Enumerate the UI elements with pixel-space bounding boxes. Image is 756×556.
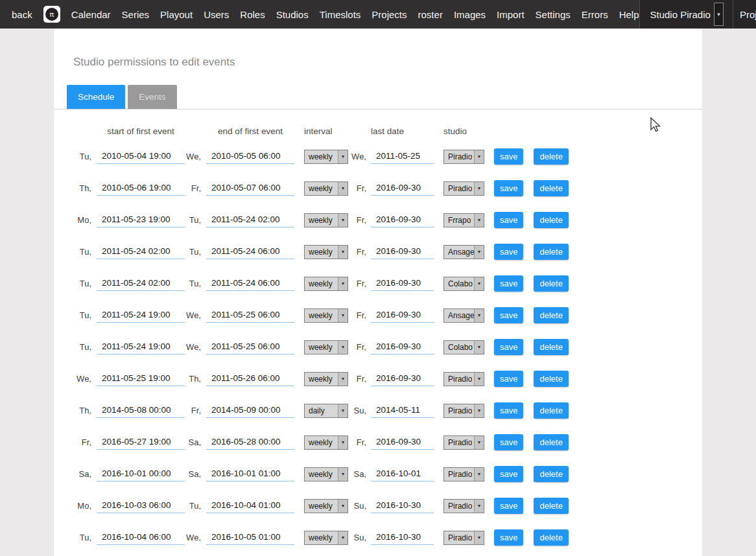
save-button[interactable]: save	[494, 212, 523, 228]
last-date-input[interactable]	[371, 371, 434, 386]
delete-button[interactable]: delete	[534, 307, 568, 323]
interval-select[interactable]: daily ▼	[304, 404, 348, 418]
nav-item-users[interactable]: Users	[204, 9, 229, 20]
delete-button[interactable]: delete	[534, 402, 568, 419]
last-date-input[interactable]	[371, 149, 434, 164]
studio-select[interactable]: Piradio ▼	[443, 531, 484, 545]
end-input[interactable]	[206, 498, 294, 513]
studio-select[interactable]: Colabo ▼	[443, 340, 484, 354]
save-button[interactable]: save	[494, 339, 523, 355]
last-date-input[interactable]	[371, 340, 434, 354]
end-input[interactable]	[206, 308, 294, 323]
nav-item-studios[interactable]: Studios	[276, 9, 309, 20]
start-input[interactable]	[97, 530, 185, 545]
save-button[interactable]: save	[494, 148, 523, 165]
nav-item-images[interactable]: Images	[454, 9, 486, 20]
end-input[interactable]	[206, 435, 294, 450]
studio-select[interactable]: Colabo ▼	[443, 277, 484, 291]
studio-select[interactable]: Ansage ▼	[443, 245, 484, 259]
start-input[interactable]	[97, 308, 185, 323]
last-date-input[interactable]	[371, 498, 434, 513]
nav-item-errors[interactable]: Errors	[582, 9, 608, 20]
start-input[interactable]	[97, 403, 185, 418]
nav-item-timeslots[interactable]: Timeslots	[320, 9, 361, 20]
studio-select[interactable]: Frrapo ▼	[443, 213, 484, 227]
start-input[interactable]	[97, 435, 185, 450]
studio-select[interactable]: Piradio ▼	[443, 435, 484, 450]
studio-select[interactable]: Piradio ▼	[443, 499, 484, 513]
interval-select[interactable]: weekly ▼	[304, 308, 348, 323]
save-button[interactable]: save	[494, 434, 523, 450]
start-input[interactable]	[97, 213, 185, 227]
studio-select[interactable]: Piradio ▼	[443, 467, 484, 481]
last-date-input[interactable]	[371, 467, 434, 481]
end-input[interactable]	[206, 181, 294, 196]
start-input[interactable]	[97, 467, 185, 481]
delete-button[interactable]: delete	[534, 498, 568, 514]
start-input[interactable]	[97, 244, 185, 259]
interval-select[interactable]: weekly ▼	[304, 531, 348, 545]
save-button[interactable]: save	[494, 180, 523, 196]
nav-item-help[interactable]: Help	[619, 9, 639, 20]
nav-item-calendar[interactable]: Calendar	[71, 9, 111, 20]
save-button[interactable]: save	[494, 529, 523, 546]
delete-button[interactable]: delete	[534, 275, 568, 292]
last-date-input[interactable]	[371, 213, 434, 227]
save-button[interactable]: save	[494, 307, 523, 323]
back-link[interactable]: back	[12, 9, 32, 20]
save-button[interactable]: save	[494, 275, 523, 292]
studio-selector-label[interactable]: Studio Piradio	[650, 9, 711, 20]
interval-select[interactable]: weekly ▼	[304, 372, 348, 386]
end-input[interactable]	[206, 276, 294, 291]
interval-select[interactable]: weekly ▼	[304, 245, 348, 259]
studio-selector-caret-button[interactable]: ▼	[714, 3, 724, 26]
end-input[interactable]	[206, 371, 294, 386]
project-selector-label[interactable]: Project 88vier	[740, 9, 756, 20]
start-input[interactable]	[97, 340, 185, 354]
delete-button[interactable]: delete	[534, 371, 568, 387]
delete-button[interactable]: delete	[534, 529, 568, 546]
nav-item-import[interactable]: Import	[497, 9, 525, 20]
delete-button[interactable]: delete	[534, 434, 568, 450]
tab-events[interactable]: Events	[128, 85, 176, 109]
app-logo[interactable]: π	[43, 6, 60, 23]
save-button[interactable]: save	[494, 498, 523, 514]
end-input[interactable]	[206, 403, 294, 418]
last-date-input[interactable]	[371, 530, 434, 545]
delete-button[interactable]: delete	[534, 466, 568, 482]
nav-item-settings[interactable]: Settings	[536, 9, 571, 20]
start-input[interactable]	[97, 498, 185, 513]
last-date-input[interactable]	[371, 181, 434, 196]
last-date-input[interactable]	[371, 435, 434, 450]
last-date-input[interactable]	[371, 308, 434, 323]
delete-button[interactable]: delete	[534, 148, 568, 165]
interval-select[interactable]: weekly ▼	[304, 150, 348, 164]
nav-item-roster[interactable]: roster	[418, 9, 443, 20]
studio-select[interactable]: Piradio ▼	[443, 372, 484, 386]
interval-select[interactable]: weekly ▼	[304, 181, 348, 196]
nav-item-roles[interactable]: Roles	[240, 9, 265, 20]
start-input[interactable]	[97, 181, 185, 196]
save-button[interactable]: save	[494, 371, 523, 387]
interval-select[interactable]: weekly ▼	[304, 213, 348, 227]
save-button[interactable]: save	[494, 402, 523, 419]
end-input[interactable]	[206, 244, 294, 259]
end-input[interactable]	[206, 213, 294, 227]
studio-select[interactable]: Ansage ▼	[443, 308, 484, 323]
delete-button[interactable]: delete	[534, 244, 568, 260]
nav-item-playout[interactable]: Playout	[160, 9, 193, 20]
end-input[interactable]	[206, 340, 294, 354]
start-input[interactable]	[97, 276, 185, 291]
delete-button[interactable]: delete	[534, 212, 568, 228]
interval-select[interactable]: weekly ▼	[304, 499, 348, 513]
last-date-input[interactable]	[371, 276, 434, 291]
save-button[interactable]: save	[494, 466, 523, 482]
interval-select[interactable]: weekly ▼	[304, 467, 348, 481]
interval-select[interactable]: weekly ▼	[304, 435, 348, 450]
delete-button[interactable]: delete	[534, 339, 568, 355]
end-input[interactable]	[206, 149, 294, 164]
last-date-input[interactable]	[371, 403, 434, 418]
tab-schedule[interactable]: Schedule	[67, 85, 125, 109]
studio-select[interactable]: Piradio ▼	[443, 150, 484, 164]
end-input[interactable]	[206, 467, 294, 481]
